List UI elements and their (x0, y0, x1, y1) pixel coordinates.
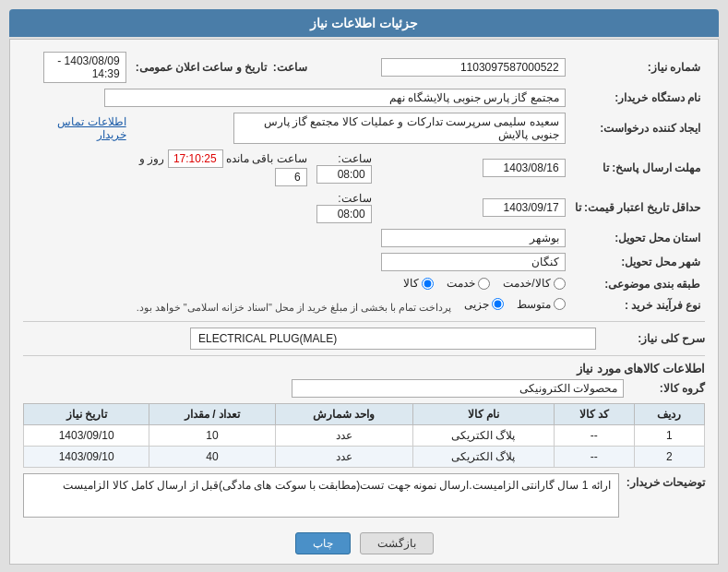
nawFarayand-label: نوع فرآیند خرید : (570, 295, 705, 316)
ettelaatTamas-cell: اطلاعات تماس خریدار (23, 110, 131, 147)
cell-vahed-1: عدد (275, 447, 412, 468)
tabaqe-label-kalaKhedmat: کالا/خدمت (503, 277, 550, 290)
col-tarikh: تاریخ نیاز (24, 404, 149, 425)
ettelaatTamas-link[interactable]: اطلاعات تماس خریدار (57, 115, 125, 141)
serp-row: سرح کلی نیاز: ELECTRICAL PLUG(MALE) (23, 328, 705, 350)
hadaksar-label: حداقل تاریخ اعتبار قیمت: تا (570, 189, 705, 226)
namDastgah-value: مجتمع گاز پارس جنوبی پالایشگاه نهم (23, 86, 570, 110)
page-header: جزئیات اطلاعات نیاز (9, 9, 719, 37)
tabaqe-options: کالا/خدمت خدمت کالا (23, 274, 570, 295)
ostan-label: استان محل تحویل: (570, 226, 705, 250)
cell-name-1: پلاگ الکتریکی (412, 447, 554, 468)
hadaksar-date-box: 1403/09/17 (483, 198, 566, 217)
tabaqe-option-kala[interactable]: کالا (403, 277, 434, 290)
tabaqe-radio-khedmat[interactable] (478, 278, 490, 290)
mohlat-roz-cell: ساعت باقی مانده 17:10:25 روز و 6 (131, 147, 312, 189)
tabaqe-label-kala: کالا (403, 277, 419, 290)
button-row: چاپ بازگشت (23, 532, 705, 554)
mohlat-value: 1403/08/16 (376, 147, 570, 189)
mohlat-time-box: 08:00 (316, 165, 372, 184)
nawFarayand-label-motavaset: متوسط (517, 298, 551, 311)
tozih-label: توضیحات خریدار: (627, 473, 705, 489)
tabaqe-radio-group: کالا/خدمت خدمت کالا (403, 277, 565, 290)
gorohe-row: گروه کالا: محصولات الکترونیکی (23, 379, 705, 398)
serp-value-box: ELECTRICAL PLUG(MALE) (190, 328, 596, 350)
namDastgah-box: مجتمع گاز پارس جنوبی پالایشگاه نهم (104, 89, 566, 107)
main-content: شماره نیاز: 1103097587000522 ساعت: تاریخ… (9, 39, 719, 565)
namDastgah-label: نام دستگاه خریدار: (570, 86, 705, 110)
items-section-title: اطلاعات کالاهای مورد نیاز (23, 362, 705, 375)
nawFarayand-note: پرداخت تمام با بخشی از مبلغ خرید از محل … (137, 301, 452, 312)
shahr-label: شهر محل تحویل: (570, 250, 705, 274)
mohlat-roz-baqi-label: ساعت باقی مانده (226, 152, 307, 165)
cell-name-0: پلاگ الکتریکی (412, 425, 554, 447)
cell-tarikh-0: 1403/09/10 (24, 425, 149, 447)
items-table: ردیف کد کالا نام کالا واحد شمارش تعداد /… (23, 403, 705, 468)
col-kod: کد کالا (554, 404, 634, 425)
table-row: 2--پلاگ الکتریکیعدد401403/09/10 (24, 447, 705, 468)
tabaqe-label-khedmat: خدمت (447, 277, 475, 290)
hadaksar-time-box: 08:00 (316, 205, 372, 223)
nawFarayand-label-jozi: جزیی (464, 298, 489, 311)
tozih-row: توضیحات خریدار: ارائه 1 سال گارانتی الزا… (23, 473, 705, 523)
cell-kod-0: -- (554, 425, 634, 447)
ostan-value: بوشهر (376, 226, 570, 250)
mohlat-saat-label: ساعت: (338, 152, 371, 165)
shomareNiaz-label: شماره نیاز: (570, 49, 705, 86)
chap-button[interactable]: چاپ (295, 532, 351, 554)
tabaqe-radio-kala[interactable] (422, 278, 434, 290)
hadaksar-saat-cell: ساعت: 08:00 (312, 189, 376, 226)
tabaqe-option-kalaKhedmat[interactable]: کالا/خدمت (503, 277, 565, 290)
hadaksar-value: 1403/09/17 (376, 189, 570, 226)
shomareNiaz-box: 1103097587000522 (381, 58, 566, 77)
cell-vahed-0: عدد (275, 425, 412, 447)
tarikhSaat-value: 1403/08/09 - 14:39 (23, 49, 131, 86)
tarikhSaat-label: ساعت: تاریخ و ساعت اعلان عمومی: (131, 49, 312, 86)
page-title: جزئیات اطلاعات نیاز (310, 16, 418, 30)
table-row: 1--پلاگ الکتریکیعدد101403/09/10 (24, 425, 705, 447)
divider-1 (23, 321, 705, 322)
ijadKonande-box: سعیده سلیمی سرپرست تدارکات و عملیات کالا… (233, 113, 566, 144)
tarikhSaatLabel: ساعت: (273, 61, 307, 74)
nawFarayand-option-jozi[interactable]: جزیی (464, 298, 504, 311)
mohlat-saat-baqi-box: 17:10:25 (168, 149, 223, 168)
nawFarayand-radio-jozi[interactable] (492, 298, 504, 310)
mohlat-date-box: 1403/08/16 (483, 159, 566, 177)
divider-2 (23, 355, 705, 356)
nawFarayand-cell: متوسط جزیی پرداخت تمام با بخشی از مبلغ خ… (23, 295, 570, 316)
col-name: نام کالا (412, 404, 554, 425)
cell-tedad-1: 40 (149, 447, 275, 468)
cell-tarikh-1: 1403/09/10 (24, 447, 149, 468)
nawFarayand-radio-motavaset[interactable] (554, 298, 566, 310)
nawFarayand-radio-group: متوسط جزیی (464, 298, 566, 311)
cell-tedad-0: 10 (149, 425, 275, 447)
shahr-box: کنگان (381, 253, 566, 271)
info-table-1: شماره نیاز: 1103097587000522 ساعت: تاریخ… (23, 49, 705, 316)
cell-radif-1: 2 (634, 447, 704, 468)
col-tedad: تعداد / مقدار (149, 404, 275, 425)
mohlat-label: مهلت ارسال پاسخ: تا (570, 147, 705, 189)
hadaksar-saat-label: ساعت: (338, 192, 371, 205)
gorohe-label: گروه کالا: (631, 382, 705, 395)
mohlat-roz-label-text: روز و (139, 152, 164, 165)
tabaqe-option-khedmat[interactable]: خدمت (447, 277, 490, 290)
tabaqe-label: طبقه بندی موضوعی: (570, 274, 705, 295)
ijadKonande-label: ایجاد کننده درخواست: (570, 110, 705, 147)
cell-kod-1: -- (554, 447, 634, 468)
tarikhSaat-box: 1403/08/09 - 14:39 (43, 52, 126, 83)
ostan-box: بوشهر (381, 229, 566, 247)
shomareNiaz-value: 1103097587000522 (376, 49, 570, 86)
page-wrapper: جزئیات اطلاعات نیاز شماره نیاز: 11030975… (0, 0, 728, 572)
nawFarayand-option-motavaset[interactable]: متوسط (517, 298, 566, 311)
tozih-value-box: ارائه 1 سال گارانتی الزامیست.ارسال نمونه… (23, 473, 619, 518)
shahr-value: کنگان (376, 250, 570, 274)
mohlat-saat-cell: ساعت: 08:00 (312, 147, 376, 189)
bazgasht-button[interactable]: بازگشت (360, 532, 434, 554)
cell-radif-0: 1 (634, 425, 704, 447)
tabaqe-radio-kalaKhedmat[interactable] (554, 278, 566, 290)
mohlat-roz-box: 6 (275, 168, 307, 186)
ijadKonande-value: سعیده سلیمی سرپرست تدارکات و عملیات کالا… (131, 110, 570, 147)
serp-label: سرح کلی نیاز: (603, 332, 705, 345)
gorohe-value-box: محصولات الکترونیکی (292, 379, 624, 398)
col-vahed: واحد شمارش (275, 404, 412, 425)
